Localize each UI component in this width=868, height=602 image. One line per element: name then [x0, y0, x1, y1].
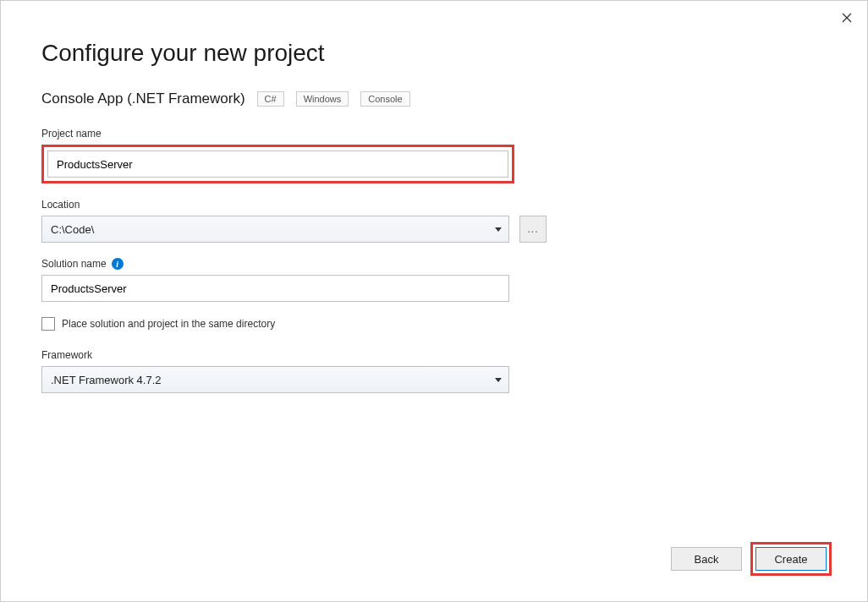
highlight-create-button: Create [750, 542, 832, 576]
framework-label: Framework [41, 349, 827, 361]
location-label: Location [41, 199, 827, 211]
framework-value: .NET Framework 4.7.2 [51, 374, 162, 386]
project-name-input[interactable] [47, 150, 508, 178]
highlight-project-name [41, 145, 514, 183]
create-button[interactable]: Create [755, 547, 827, 571]
solution-name-input[interactable] [41, 275, 509, 302]
same-directory-checkbox[interactable] [41, 317, 55, 331]
framework-select[interactable]: .NET Framework 4.7.2 [41, 366, 509, 393]
info-icon[interactable]: i [112, 258, 124, 270]
location-select[interactable]: C:\Code\ [41, 216, 509, 243]
template-tag: Windows [296, 91, 349, 107]
create-button-label: Create [774, 553, 807, 566]
back-button-label: Back [695, 553, 719, 566]
solution-name-label: Solution name [41, 258, 107, 270]
template-row: Console App (.NET Framework) C# Windows … [41, 90, 827, 107]
close-button[interactable] [842, 9, 852, 27]
back-button[interactable]: Back [671, 547, 742, 571]
close-icon [842, 13, 852, 23]
template-tag: C# [257, 91, 284, 107]
project-name-label: Project name [41, 128, 827, 140]
page-title: Configure your new project [41, 40, 827, 67]
location-value: C:\Code\ [51, 223, 94, 236]
template-tag: Console [360, 91, 409, 107]
template-name: Console App (.NET Framework) [41, 90, 245, 107]
same-directory-label: Place solution and project in the same d… [62, 318, 275, 330]
chevron-down-icon [495, 378, 502, 382]
browse-button[interactable]: ... [519, 216, 547, 243]
browse-label: ... [527, 223, 538, 235]
chevron-down-icon [495, 227, 502, 232]
